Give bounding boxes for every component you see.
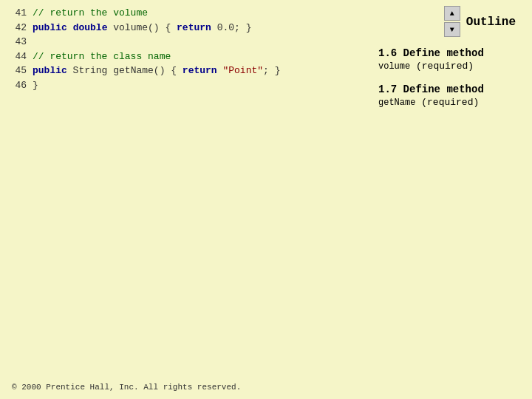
keyword-return-42: return xyxy=(177,22,211,33)
nav-arrows: ▲ ▼ xyxy=(444,6,460,38)
code-line-44: 44 // return the class name xyxy=(0,50,369,64)
line-number-46: 46 xyxy=(6,78,27,93)
string-point-45: "Point" xyxy=(222,65,263,76)
line-number-43: 43 xyxy=(6,35,27,50)
line-number-44: 44 xyxy=(6,50,27,64)
code-line-45: 45 public String getName() { return "Poi… xyxy=(0,64,369,78)
right-panel: ▲ ▼ Outline 1.6 Define method volume (re… xyxy=(369,0,532,399)
keyword-public-45: public xyxy=(33,65,67,76)
section-1-7-suffix: (required) xyxy=(415,97,479,108)
code-line-43: 43 xyxy=(0,35,369,50)
keyword-return-45: return xyxy=(183,65,217,76)
outline-title: Outline xyxy=(466,16,516,29)
section-1-6: 1.6 Define method volume (required) xyxy=(378,47,484,72)
section-1-6-suffix: (required) xyxy=(410,61,474,72)
section-1-7-method: getName xyxy=(378,98,415,108)
code-comment-41: // return the volume xyxy=(33,6,148,21)
down-arrow-button[interactable]: ▼ xyxy=(444,22,460,37)
code-line-41: 41 // return the volume xyxy=(0,6,369,21)
section-1-7-heading-text: 1.7 Define method xyxy=(378,83,484,95)
code-comment-44: // return the class name xyxy=(33,50,171,64)
section-1-6-heading: 1.6 Define method xyxy=(378,47,484,59)
section-1-7: 1.7 Define method getName (required) xyxy=(378,83,484,108)
section-1-6-method: volume xyxy=(378,61,410,72)
section-1-7-heading: 1.7 Define method xyxy=(378,83,484,95)
line-number-41: 41 xyxy=(6,6,27,21)
up-arrow-button[interactable]: ▲ xyxy=(444,6,460,21)
keyword-public-42: public xyxy=(33,22,67,33)
code-content-46: } xyxy=(33,78,38,93)
code-content-42: public double volume() { return 0.0; } xyxy=(33,21,251,35)
outline-nav: ▲ ▼ Outline xyxy=(444,6,516,38)
line-number-45: 45 xyxy=(6,64,27,78)
line-number-42: 42 xyxy=(6,21,27,35)
copyright-text: © 2000 Prentice Hall, Inc. All rights re… xyxy=(12,383,241,392)
footer: © 2000 Prentice Hall, Inc. All rights re… xyxy=(12,383,241,392)
code-line-46: 46 } xyxy=(0,78,369,93)
keyword-double-42: double xyxy=(73,22,108,33)
section-1-6-heading-text: 1.6 Define method xyxy=(378,47,484,59)
section-1-7-detail: getName (required) xyxy=(378,97,484,108)
section-1-6-detail: volume (required) xyxy=(378,61,484,72)
code-content-43 xyxy=(33,35,38,50)
code-panel: 41 // return the volume 42 public double… xyxy=(0,0,369,399)
code-content-45: public String getName() { return "Point"… xyxy=(33,64,280,78)
main-container: 41 // return the volume 42 public double… xyxy=(0,0,532,399)
code-line-42: 42 public double volume() { return 0.0; … xyxy=(0,21,369,35)
